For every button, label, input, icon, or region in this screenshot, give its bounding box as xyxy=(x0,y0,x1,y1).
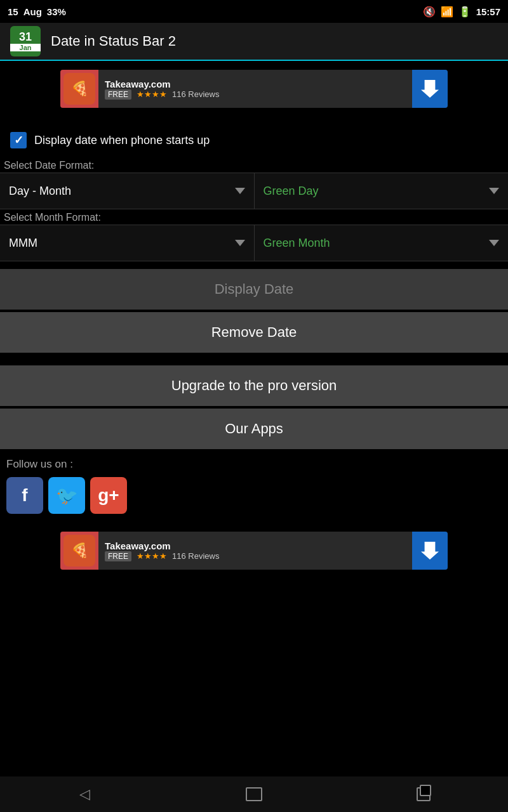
month-format-right-value: Green Month xyxy=(264,237,330,250)
month-format-left-dropdown[interactable]: MMM xyxy=(0,225,255,261)
month-format-right-arrow-icon xyxy=(489,240,499,246)
status-right: 🔇 📶 🔋 15:57 xyxy=(423,6,500,18)
social-icons-row: f 🐦 g+ xyxy=(6,477,502,514)
display-date-button[interactable]: Display Date xyxy=(0,269,508,310)
month-format-right-dropdown[interactable]: Green Month xyxy=(255,225,509,261)
checkbox-check-icon: ✓ xyxy=(14,133,23,147)
top-ad-free: FREE xyxy=(105,89,131,100)
bottom-ad-icon-inner: 🍕 xyxy=(64,535,95,566)
app-icon-date: 31 xyxy=(19,31,32,44)
nav-home-icon xyxy=(246,787,262,801)
top-ad-download-arrow-icon xyxy=(421,80,439,98)
title-bar: 31 Jan Date in Status Bar 2 xyxy=(0,23,508,61)
top-ad-banner[interactable]: 🍕 Takeaway.com FREE ★★★★ 116 Reviews xyxy=(60,70,448,108)
top-ad-stars: ★★★★ xyxy=(137,89,167,99)
navigation-bar: ◁ xyxy=(0,776,508,812)
month-format-left-arrow-icon xyxy=(235,240,245,246)
bottom-ad-banner[interactable]: 🍕 Takeaway.com FREE ★★★★ 116 Reviews xyxy=(60,532,448,570)
date-format-row: Day - Month Green Day xyxy=(0,173,508,209)
bottom-ad-title: Takeaway.com xyxy=(105,540,406,551)
top-ad-icon-inner: 🍕 xyxy=(64,73,95,105)
date-format-right-value: Green Day xyxy=(264,185,319,198)
status-date: 15 xyxy=(8,6,18,17)
our-apps-button[interactable]: Our Apps xyxy=(0,409,508,449)
bottom-ad-stars: ★★★★ xyxy=(137,551,167,561)
remove-date-button[interactable]: Remove Date xyxy=(0,312,508,353)
date-format-left-value: Day - Month xyxy=(9,185,71,198)
bottom-ad-download-button[interactable] xyxy=(412,532,448,570)
google-plus-icon[interactable]: g+ xyxy=(90,477,127,514)
wifi-icon: 📶 xyxy=(441,6,453,18)
top-ad-reviews: 116 Reviews xyxy=(172,89,219,99)
bottom-ad-free: FREE xyxy=(105,551,131,561)
app-icon-month: Jan xyxy=(10,44,41,51)
nav-recent-button[interactable] xyxy=(408,783,439,805)
upgrade-button[interactable]: Upgrade to the pro version xyxy=(0,365,508,406)
date-format-label: Select Date Format: xyxy=(0,157,508,173)
battery-icon: 🔋 xyxy=(458,6,471,18)
nav-home-button[interactable] xyxy=(238,783,270,805)
twitter-icon[interactable]: 🐦 xyxy=(48,477,85,514)
top-ad-info: Takeaway.com FREE ★★★★ 116 Reviews xyxy=(98,76,412,102)
date-format-left-dropdown[interactable]: Day - Month xyxy=(0,173,255,209)
status-month: Aug xyxy=(23,6,42,17)
top-ad-meta: FREE ★★★★ 116 Reviews xyxy=(105,89,406,100)
nav-back-button[interactable]: ◁ xyxy=(69,783,100,805)
app-title: Date in Status Bar 2 xyxy=(51,33,176,49)
month-format-row: MMM Green Month xyxy=(0,225,508,261)
status-time: 15:57 xyxy=(476,6,500,17)
mute-icon: 🔇 xyxy=(423,6,436,18)
bottom-ad-meta: FREE ★★★★ 116 Reviews xyxy=(105,551,406,561)
main-content: ✓ Display date when phone starts up Sele… xyxy=(0,117,508,587)
top-ad-container: 🍕 Takeaway.com FREE ★★★★ 116 Reviews xyxy=(0,65,508,113)
status-battery-percent: 33% xyxy=(47,6,66,17)
bottom-ad-icon: 🍕 xyxy=(60,532,98,570)
status-bar: 15 Aug 33% 🔇 📶 🔋 15:57 xyxy=(0,0,508,23)
bottom-ad-info: Takeaway.com FREE ★★★★ 116 Reviews xyxy=(98,538,412,564)
bottom-ad-reviews: 116 Reviews xyxy=(172,551,219,561)
top-ad-title: Takeaway.com xyxy=(105,79,406,89)
startup-checkbox[interactable]: ✓ xyxy=(10,132,27,148)
follow-section: Follow us on : f 🐦 g+ xyxy=(0,449,508,520)
date-format-left-arrow-icon xyxy=(235,188,245,194)
top-ad-icon: 🍕 xyxy=(60,70,98,108)
nav-recent-icon xyxy=(417,787,431,801)
month-format-label: Select Month Format: xyxy=(0,209,508,225)
startup-checkbox-label: Display date when phone starts up xyxy=(34,134,210,147)
follow-label: Follow us on : xyxy=(6,458,502,471)
facebook-icon[interactable]: f xyxy=(6,477,43,514)
date-format-right-dropdown[interactable]: Green Day xyxy=(255,173,509,209)
nav-back-icon: ◁ xyxy=(79,786,90,802)
startup-checkbox-row[interactable]: ✓ Display date when phone starts up xyxy=(0,123,508,157)
bottom-ad-container: 🍕 Takeaway.com FREE ★★★★ 116 Reviews xyxy=(0,527,508,575)
date-format-right-arrow-icon xyxy=(489,188,499,194)
bottom-ad-download-arrow-icon xyxy=(421,542,439,560)
status-left: 15 Aug 33% xyxy=(8,6,66,17)
app-icon: 31 Jan xyxy=(10,26,41,56)
month-format-left-value: MMM xyxy=(9,237,37,250)
top-ad-download-button[interactable] xyxy=(412,70,448,108)
